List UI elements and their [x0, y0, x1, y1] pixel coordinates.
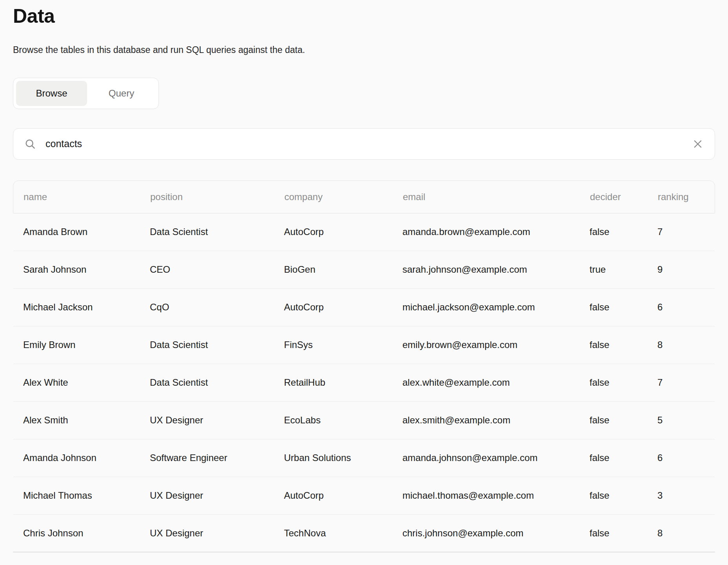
page-title: Data: [13, 5, 715, 27]
tab-query[interactable]: Query: [87, 81, 156, 106]
cell-email: emily.brown@example.com: [402, 339, 590, 350]
cell-ranking: 6: [657, 302, 715, 313]
cell-position: Data Scientist: [150, 226, 284, 237]
column-header-company: company: [284, 191, 403, 202]
table-row: Alex White Data Scientist RetailHub alex…: [13, 364, 715, 402]
table-row: Amanda Brown Data Scientist AutoCorp ama…: [13, 213, 715, 251]
cell-company: Urban Solutions: [284, 452, 402, 463]
cell-position: UX Designer: [150, 415, 284, 426]
cell-company: BioGen: [284, 264, 402, 275]
cell-decider: false: [590, 302, 657, 313]
cell-name: Sarah Johnson: [23, 264, 150, 275]
cell-ranking: 8: [657, 339, 715, 350]
cell-company: FinSys: [284, 339, 402, 350]
cell-position: Data Scientist: [150, 339, 284, 350]
cell-decider: false: [590, 528, 657, 539]
cell-decider: false: [590, 415, 657, 426]
page-subtitle: Browse the tables in this database and r…: [13, 44, 715, 56]
cell-name: Michael Thomas: [23, 490, 150, 501]
search-input[interactable]: [46, 138, 692, 149]
table-row: Emily Brown Data Scientist FinSys emily.…: [13, 326, 715, 364]
column-header-name: name: [24, 191, 150, 202]
cell-name: Amanda Brown: [23, 226, 150, 237]
cell-email: amanda.johnson@example.com: [402, 452, 590, 463]
cell-position: UX Designer: [150, 490, 284, 501]
cell-company: AutoCorp: [284, 302, 402, 313]
page: Data Browse the tables in this database …: [0, 0, 728, 552]
cell-email: michael.jackson@example.com: [402, 302, 590, 313]
cell-position: Data Scientist: [150, 377, 284, 388]
cell-position: Software Engineer: [150, 452, 284, 463]
search-icon: [24, 138, 36, 150]
cell-name: Chris Johnson: [23, 528, 150, 539]
cell-company: RetailHub: [284, 377, 402, 388]
cell-ranking: 9: [657, 264, 715, 275]
column-header-decider: decider: [590, 191, 658, 202]
tab-browse[interactable]: Browse: [16, 81, 87, 106]
cell-company: AutoCorp: [284, 226, 402, 237]
cell-decider: true: [590, 264, 657, 275]
cell-email: michael.thomas@example.com: [402, 490, 590, 501]
cell-email: amanda.brown@example.com: [402, 226, 590, 237]
cell-name: Michael Jackson: [23, 302, 150, 313]
search-bar: [13, 128, 715, 160]
cell-decider: false: [590, 226, 657, 237]
cell-email: sarah.johnson@example.com: [402, 264, 590, 275]
table-row: Alex Smith UX Designer EcoLabs alex.smit…: [13, 402, 715, 439]
table-row: Michael Jackson CqO AutoCorp michael.jac…: [13, 289, 715, 326]
cell-name: Alex White: [23, 377, 150, 388]
cell-ranking: 7: [657, 226, 715, 237]
cell-decider: false: [590, 490, 657, 501]
cell-position: CqO: [150, 302, 284, 313]
close-icon: [692, 138, 704, 150]
cell-ranking: 8: [657, 528, 715, 539]
cell-ranking: 6: [657, 452, 715, 463]
column-header-position: position: [150, 191, 284, 202]
cell-name: Amanda Johnson: [23, 452, 150, 463]
cell-company: AutoCorp: [284, 490, 402, 501]
table-row: Sarah Johnson CEO BioGen sarah.johnson@e…: [13, 251, 715, 289]
cell-position: UX Designer: [150, 528, 284, 539]
cell-email: chris.johnson@example.com: [402, 528, 590, 539]
cell-name: Alex Smith: [23, 415, 150, 426]
cell-email: alex.smith@example.com: [402, 415, 590, 426]
cell-decider: false: [590, 377, 657, 388]
column-header-ranking: ranking: [658, 191, 715, 202]
cell-email: alex.white@example.com: [402, 377, 590, 388]
cell-decider: false: [590, 339, 657, 350]
view-tab-group: Browse Query: [13, 78, 159, 109]
table-header-row: name position company email decider rank…: [13, 180, 715, 213]
cell-name: Emily Brown: [23, 339, 150, 350]
cell-ranking: 5: [657, 415, 715, 426]
clear-search-button[interactable]: [692, 138, 704, 150]
column-header-email: email: [403, 191, 590, 202]
cell-ranking: 7: [657, 377, 715, 388]
cell-company: EcoLabs: [284, 415, 402, 426]
table-body: Amanda Brown Data Scientist AutoCorp ama…: [13, 213, 715, 552]
table-row: Amanda Johnson Software Engineer Urban S…: [13, 439, 715, 477]
cell-position: CEO: [150, 264, 284, 275]
table-row: Michael Thomas UX Designer AutoCorp mich…: [13, 477, 715, 515]
cell-decider: false: [590, 452, 657, 463]
table-row: Chris Johnson UX Designer TechNova chris…: [13, 515, 715, 552]
data-table: name position company email decider rank…: [13, 180, 715, 552]
cell-ranking: 3: [657, 490, 715, 501]
cell-company: TechNova: [284, 528, 402, 539]
